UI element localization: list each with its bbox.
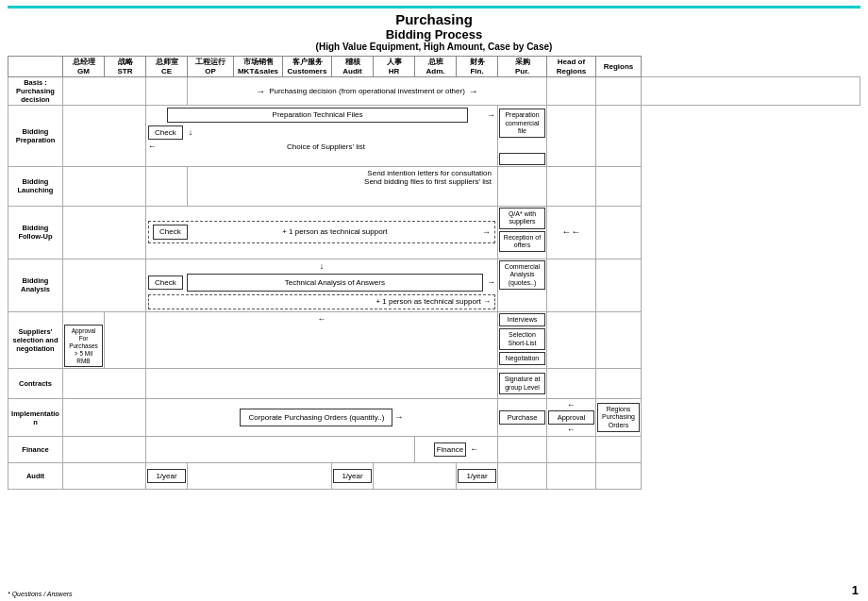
phase-suppliers: Suppliers'selection andnegotiation [8, 311, 63, 369]
pur-en: Pur. [500, 67, 544, 76]
cell-contracts-gm-str [63, 369, 146, 399]
col-pur: 采购 Pur. [498, 57, 547, 77]
process-table: 总经理 GM 战略 STR 总师室 CE 工程运行 OP 市场销售 MKT& [8, 56, 860, 490]
basis-text: Purchasing decision (from operational in… [269, 87, 465, 96]
launch-text1: Send intention letters for consultation [190, 169, 495, 178]
finance-box: Finance [434, 442, 466, 458]
analysis-check-box: Check [148, 275, 183, 291]
mkt-en: MKT&sales [236, 67, 280, 76]
prep-tech-arrow-right: → [487, 110, 495, 121]
impl-arrow-left2: ← [548, 425, 594, 435]
approval-head-box: Approval [548, 410, 594, 425]
title-area: Purchasing Bidding Process (High Value E… [8, 11, 860, 52]
ce-cn: 总师室 [148, 58, 185, 67]
followup-qa-box: Q/A* withsuppliers [499, 208, 545, 229]
cell-finance-head [547, 436, 596, 462]
cell-contracts-regions [596, 369, 642, 399]
page: Purchasing Bidding Process (High Value E… [0, 0, 868, 601]
hr-cn: 人事 [376, 58, 412, 67]
phase-bidding-launch: BiddingLaunching [8, 166, 63, 206]
cell-audit-hr-adm [374, 462, 457, 489]
approval-box: ApprovalFor Purchases> 5 Mil RMB [64, 325, 103, 367]
col-gm: 总经理 GM [63, 57, 105, 77]
cell-basis-head [596, 77, 642, 106]
row-suppliers: Suppliers'selection andnegotiation Appro… [8, 311, 860, 369]
phase-bidding-followup: BiddingFollow-Up [8, 206, 63, 259]
cell-followup-main: Check + 1 person as technical support → [146, 206, 498, 259]
cell-analysis-regions [596, 259, 642, 311]
followup-check-box: Check [153, 225, 188, 240]
phase-bidding-prep: BiddingPreparation [8, 106, 63, 167]
analysis-tech-box: Technical Analysis of Answers [187, 274, 483, 292]
row-contracts: Contracts Signature atgroup Level [8, 369, 860, 399]
op-en: OP [190, 67, 231, 76]
header-row: 总经理 GM 战略 STR 总师室 CE 工程运行 OP 市场销售 MKT& [8, 57, 860, 77]
prep-suppliers-text: Choice of Suppliers' list [157, 142, 495, 152]
cell-launch-pur [498, 166, 547, 206]
cell-prep-main: Preparation Technical Files → Check ↓ ← … [146, 106, 498, 167]
col-op: 工程运行 OP [188, 57, 234, 77]
cell-audit-fin-box: 1/year [457, 462, 498, 489]
prep-suppliers-row: ← Choice of Suppliers' list [148, 142, 495, 152]
cell-impl-head: ← Approval ← [547, 399, 596, 437]
audit-1year-box3: 1/year [458, 469, 496, 484]
cell-followup-pur: Q/A* withsuppliers Reception ofoffers [498, 206, 547, 259]
shortlist-box: SelectionShort-List [499, 328, 545, 350]
cell-launch-main: Send intention letters for consultation … [188, 166, 498, 206]
phase-bidding-analysis: BiddingAnalysis [8, 259, 63, 311]
cell-finance-main [146, 436, 415, 462]
cell-audit-regions [596, 462, 642, 489]
str-en: STR [107, 67, 143, 76]
row-bidding-launch: BiddingLaunching Send intention letters … [8, 166, 860, 206]
prep-commercial: Preparationcommercial file [499, 109, 545, 138]
title-line2: Bidding Process [8, 27, 860, 42]
cell-analysis-main: ↓ Check Technical Analysis of Answers → … [146, 259, 498, 311]
followup-dashed: Check + 1 person as technical support → [148, 221, 495, 243]
followup-reception-box: Reception ofoffers [499, 231, 545, 253]
cell-basis-ce [146, 77, 188, 106]
mkt-cn: 市场销售 [236, 58, 280, 67]
analysis-commercial-box: CommercialAnalysis(quotes..) [499, 260, 545, 290]
row-bidding-followup: BiddingFollow-Up Check + 1 person as tec… [8, 206, 860, 259]
cell-analysis-head [547, 259, 596, 311]
col-audit: 稽核 Audit [332, 57, 374, 77]
basis-arrow-symbol: → [256, 86, 265, 97]
pur-cn: 采购 [500, 58, 544, 67]
cell-impl-gm-str [63, 399, 146, 437]
cell-contracts-head [547, 369, 596, 399]
interviews-box: Interviews [499, 313, 545, 326]
audit-1year-box2: 1/year [333, 469, 372, 484]
row-finance: Finance Finance ← [8, 436, 860, 462]
row-bidding-analysis: BiddingAnalysis ↓ Check Technical Analys… [8, 259, 860, 311]
cell-basis-pur [547, 77, 596, 106]
cell-basis-gm-str [63, 77, 146, 106]
cell-suppliers-str [105, 311, 146, 369]
cell-prep-pur: Preparationcommercial file [498, 106, 547, 167]
prep-tech-files: Preparation Technical Files → [148, 108, 495, 123]
cell-suppliers-main: ← [146, 311, 498, 369]
cell-suppliers-head [547, 311, 596, 369]
cell-followup-regions [596, 206, 642, 259]
cell-launch-ce [146, 166, 188, 206]
regions-orders-box: RegionsPurchasingOrders [597, 403, 640, 432]
gm-cn: 总经理 [65, 58, 102, 67]
followup-arrow: → [482, 227, 491, 238]
op-cn: 工程运行 [190, 58, 231, 67]
purchase-box: Purchase [499, 410, 545, 425]
cell-prep-regions [596, 106, 642, 167]
prep-suppliers-arrow-left: ← [148, 142, 157, 152]
title-line3: (High Value Equipment, High Amount, Case… [8, 42, 860, 52]
followup-tech-support: + 1 person as technical support [282, 227, 387, 237]
cell-impl-main: Corporate Purchasing Orders (quantity..)… [146, 399, 498, 437]
cell-audit-mid [188, 462, 332, 489]
adm-en: Adm. [417, 67, 454, 76]
launch-text2: Send bidding files to first suppliers' l… [190, 177, 495, 187]
cust-cn: 客户服务 [285, 58, 329, 67]
cell-finance-regions [596, 436, 642, 462]
analysis-inner: Check Technical Analysis of Answers → [148, 274, 495, 292]
phase-audit: Audit [8, 462, 63, 489]
finance-arrow: ← [470, 444, 478, 454]
cell-suppliers-gm: ApprovalFor Purchases> 5 Mil RMB [63, 311, 105, 369]
hr-en: HR [376, 67, 412, 76]
impl-arrow: → [395, 412, 404, 422]
